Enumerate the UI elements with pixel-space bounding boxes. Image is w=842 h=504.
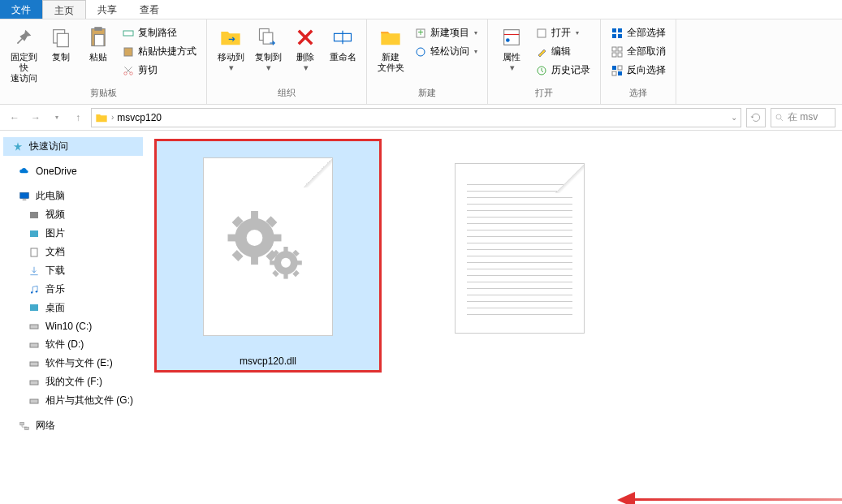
dropdown-icon[interactable]: ⌄ — [731, 113, 737, 122]
svg-rect-45 — [30, 381, 38, 385]
group-organize: 移动到▾ 复制到▾ 删除▾ 重命名 组织 — [207, 19, 367, 104]
file-item-text[interactable] — [455, 163, 585, 334]
nav-sidebar: 快速访问 OneDrive 此电脑 视频 图片 文档 下载 音乐 桌面 Win1… — [0, 131, 146, 504]
path-icon — [122, 27, 135, 40]
drive-icon — [28, 338, 41, 351]
svg-rect-52 — [251, 256, 258, 265]
moveto-button[interactable]: 移动到▾ — [212, 23, 249, 75]
svg-rect-64 — [296, 261, 302, 265]
up-button[interactable]: ↑ — [70, 110, 86, 126]
sidebar-item-drive-c[interactable]: Win10 (C:) — [3, 317, 143, 335]
main-area: 快速访问 OneDrive 此电脑 视频 图片 文档 下载 音乐 桌面 Win1… — [0, 131, 842, 504]
search-icon — [775, 113, 784, 123]
svg-rect-61 — [283, 247, 287, 252]
group-select: 全部选择 全部取消 反向选择 选择 — [601, 19, 676, 104]
sidebar-item-drive-d[interactable]: 软件 (D:) — [3, 335, 143, 354]
back-button[interactable]: ← — [6, 110, 23, 126]
history-button[interactable]: 历史记录 — [532, 62, 594, 79]
cloud-icon — [18, 165, 31, 178]
svg-rect-5 — [123, 31, 133, 36]
paste-shortcut-button[interactable]: 粘贴快捷方式 — [119, 43, 200, 60]
sidebar-item-videos[interactable]: 视频 — [3, 205, 143, 224]
svg-rect-44 — [30, 362, 38, 366]
group-label: 打开 — [535, 85, 553, 101]
open-button[interactable]: 打开▾ — [532, 24, 594, 41]
easy-access-button[interactable]: 轻松访问▾ — [411, 43, 481, 60]
svg-rect-30 — [612, 71, 616, 75]
copy-button[interactable]: 复制 — [42, 23, 80, 64]
file-list[interactable]: msvcp120.dll — [146, 131, 842, 504]
selectnone-icon — [611, 45, 624, 58]
svg-rect-23 — [618, 34, 622, 38]
sidebar-item-network[interactable]: 网络 — [3, 416, 143, 435]
edit-button[interactable]: 编辑 — [532, 43, 594, 60]
tab-share[interactable]: 共享 — [86, 0, 128, 19]
svg-rect-34 — [20, 192, 29, 198]
svg-rect-37 — [30, 230, 38, 237]
sidebar-item-downloads[interactable]: 下载 — [3, 261, 143, 280]
sidebar-item-onedrive[interactable]: OneDrive — [3, 162, 143, 180]
pin-button[interactable]: 固定到快 速访问 — [5, 23, 42, 85]
recent-button[interactable]: ▾ — [49, 110, 65, 126]
copyto-icon — [255, 24, 281, 50]
pin-icon — [11, 24, 37, 50]
svg-line-33 — [781, 118, 784, 121]
group-label: 组织 — [278, 85, 296, 101]
svg-point-60 — [281, 258, 291, 268]
paste-button[interactable]: 粘贴 — [80, 23, 117, 64]
cut-button[interactable]: 剪切 — [119, 62, 200, 79]
network-icon — [18, 420, 31, 433]
svg-rect-4 — [94, 35, 104, 46]
rename-button[interactable]: 重命名 — [324, 23, 361, 64]
sidebar-item-pictures[interactable]: 图片 — [3, 224, 143, 243]
sidebar-item-thispc[interactable]: 此电脑 — [3, 187, 143, 205]
new-folder-button[interactable]: 新建 文件夹 — [372, 23, 409, 75]
delete-icon — [292, 24, 318, 50]
invert-selection-button[interactable]: 反向选择 — [607, 62, 669, 79]
copy-path-button[interactable]: 复制路径 — [119, 24, 200, 41]
breadcrumb-item[interactable]: msvcp120 — [117, 112, 162, 123]
svg-rect-53 — [228, 235, 237, 242]
forward-button[interactable]: → — [28, 110, 44, 126]
group-new: 新建 文件夹 +新建项目▾ 轻松访问▾ 新建 — [367, 19, 488, 104]
sidebar-item-desktop[interactable]: 桌面 — [3, 299, 143, 317]
sidebar-item-quick-access[interactable]: 快速访问 — [3, 137, 143, 156]
copyto-button[interactable]: 复制到▾ — [249, 23, 287, 75]
moveto-icon — [218, 24, 244, 50]
svg-rect-28 — [612, 66, 616, 70]
svg-rect-10 — [263, 32, 273, 44]
sidebar-item-drive-g[interactable]: 相片与其他文件 (G:) — [3, 391, 143, 410]
tab-home[interactable]: 主页 — [42, 0, 86, 19]
gear-icon — [223, 202, 313, 291]
text-lines-icon — [456, 164, 584, 335]
search-input[interactable]: 在 msv — [771, 108, 836, 127]
svg-rect-35 — [23, 199, 27, 200]
svg-rect-18 — [538, 29, 546, 37]
sidebar-item-documents[interactable]: 文档 — [3, 243, 143, 261]
address-box[interactable]: › msvcp120 ⌄ — [91, 108, 741, 127]
file-item-selected[interactable]: msvcp120.dll — [154, 139, 382, 373]
sidebar-item-music[interactable]: 音乐 — [3, 280, 143, 299]
svg-rect-1 — [57, 33, 68, 46]
crumb-separator: › — [111, 113, 114, 122]
folder-icon — [95, 111, 108, 124]
sidebar-item-drive-f[interactable]: 我的文件 (F:) — [3, 373, 143, 391]
invertsel-icon — [611, 64, 624, 77]
properties-button[interactable]: 属性▾ — [493, 23, 530, 75]
drive-icon — [28, 394, 41, 407]
svg-rect-63 — [270, 261, 275, 265]
properties-icon — [499, 24, 525, 50]
new-item-button[interactable]: +新建项目▾ — [411, 24, 481, 41]
svg-point-50 — [247, 230, 263, 246]
sidebar-item-drive-e[interactable]: 软件与文件 (E:) — [3, 354, 143, 373]
drive-icon — [28, 320, 41, 333]
refresh-button[interactable] — [746, 108, 766, 127]
svg-rect-47 — [20, 422, 24, 425]
select-none-button[interactable]: 全部取消 — [607, 43, 669, 60]
tab-view[interactable]: 查看 — [128, 0, 171, 19]
delete-button[interactable]: 删除▾ — [287, 23, 324, 75]
edit-icon — [535, 45, 548, 58]
tab-file[interactable]: 文件 — [0, 0, 42, 19]
select-all-button[interactable]: 全部选择 — [607, 24, 669, 41]
open-icon — [535, 27, 548, 40]
